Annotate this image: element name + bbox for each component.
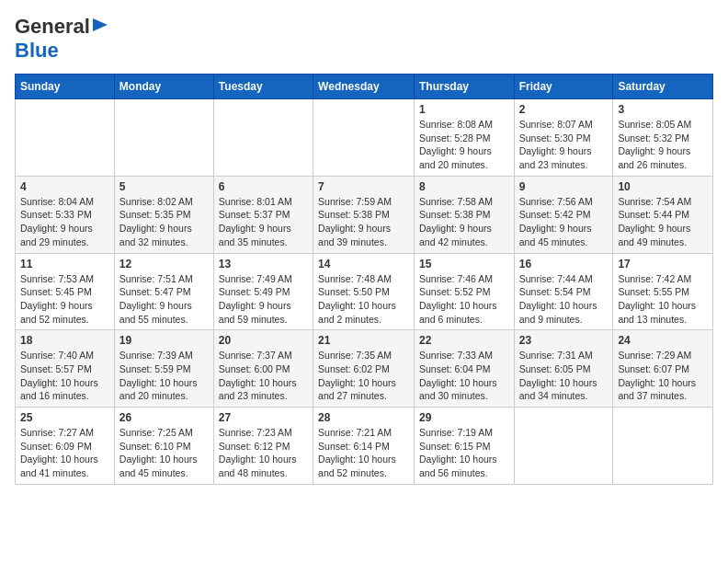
calendar-cell: 24Sunrise: 7:29 AM Sunset: 6:07 PM Dayli… <box>613 330 713 408</box>
calendar-cell: 28Sunrise: 7:21 AM Sunset: 6:14 PM Dayli… <box>313 408 415 485</box>
day-info: Sunrise: 7:37 AM Sunset: 6:00 PM Dayligh… <box>219 349 308 403</box>
day-info: Sunrise: 7:25 AM Sunset: 6:10 PM Dayligh… <box>119 426 209 480</box>
calendar-cell <box>213 99 313 177</box>
logo: General Blue <box>15 15 109 63</box>
day-info: Sunrise: 7:48 AM Sunset: 5:50 PM Dayligh… <box>318 272 409 327</box>
day-info: Sunrise: 7:46 AM Sunset: 5:52 PM Dayligh… <box>419 272 509 327</box>
calendar-cell: 27Sunrise: 7:23 AM Sunset: 6:12 PM Dayli… <box>213 408 313 485</box>
day-number: 5 <box>119 180 209 193</box>
calendar-cell <box>313 99 415 177</box>
calendar-cell: 26Sunrise: 7:25 AM Sunset: 6:10 PM Dayli… <box>114 408 213 485</box>
calendar-cell <box>514 408 613 485</box>
day-info: Sunrise: 7:19 AM Sunset: 6:15 PM Dayligh… <box>419 426 509 480</box>
calendar-cell: 17Sunrise: 7:42 AM Sunset: 5:55 PM Dayli… <box>613 253 713 330</box>
day-number: 15 <box>419 258 509 270</box>
day-info: Sunrise: 7:51 AM Sunset: 5:47 PM Dayligh… <box>119 272 209 327</box>
calendar-cell <box>16 99 115 177</box>
day-header-monday: Monday <box>114 75 213 99</box>
calendar-cell: 15Sunrise: 7:46 AM Sunset: 5:52 PM Dayli… <box>414 253 514 330</box>
day-info: Sunrise: 7:33 AM Sunset: 6:04 PM Dayligh… <box>419 349 509 403</box>
day-info: Sunrise: 7:29 AM Sunset: 6:07 PM Dayligh… <box>618 349 708 403</box>
calendar-cell <box>114 99 213 177</box>
calendar-cell <box>613 408 713 485</box>
calendar-cell: 18Sunrise: 7:40 AM Sunset: 5:57 PM Dayli… <box>16 330 115 408</box>
day-number: 17 <box>618 258 708 270</box>
logo-arrow-icon <box>93 17 109 37</box>
day-number: 21 <box>318 334 409 347</box>
day-header-sunday: Sunday <box>16 75 115 99</box>
calendar-cell: 3Sunrise: 8:05 AM Sunset: 5:32 PM Daylig… <box>613 99 713 177</box>
day-header-friday: Friday <box>514 75 613 99</box>
day-number: 1 <box>419 103 509 116</box>
day-header-thursday: Thursday <box>414 75 514 99</box>
calendar-cell: 7Sunrise: 7:59 AM Sunset: 5:38 PM Daylig… <box>313 176 415 253</box>
day-info: Sunrise: 7:31 AM Sunset: 6:05 PM Dayligh… <box>519 349 609 403</box>
day-info: Sunrise: 7:40 AM Sunset: 5:57 PM Dayligh… <box>20 349 109 403</box>
day-info: Sunrise: 8:02 AM Sunset: 5:35 PM Dayligh… <box>119 195 209 249</box>
page-header: General Blue <box>15 15 713 63</box>
day-info: Sunrise: 7:56 AM Sunset: 5:42 PM Dayligh… <box>519 195 609 249</box>
calendar-cell: 8Sunrise: 7:58 AM Sunset: 5:38 PM Daylig… <box>414 176 514 253</box>
svg-marker-0 <box>93 18 108 31</box>
day-header-saturday: Saturday <box>613 75 713 99</box>
calendar-cell: 19Sunrise: 7:39 AM Sunset: 5:59 PM Dayli… <box>114 330 213 408</box>
day-number: 12 <box>119 258 209 270</box>
day-info: Sunrise: 8:01 AM Sunset: 5:37 PM Dayligh… <box>219 195 308 249</box>
calendar-week-row: 1Sunrise: 8:08 AM Sunset: 5:28 PM Daylig… <box>16 99 713 177</box>
calendar-week-row: 25Sunrise: 7:27 AM Sunset: 6:09 PM Dayli… <box>16 408 713 485</box>
day-info: Sunrise: 8:04 AM Sunset: 5:33 PM Dayligh… <box>20 195 109 249</box>
calendar-week-row: 18Sunrise: 7:40 AM Sunset: 5:57 PM Dayli… <box>16 330 713 408</box>
calendar-cell: 5Sunrise: 8:02 AM Sunset: 5:35 PM Daylig… <box>114 176 213 253</box>
day-info: Sunrise: 7:35 AM Sunset: 6:02 PM Dayligh… <box>318 349 409 403</box>
day-info: Sunrise: 7:59 AM Sunset: 5:38 PM Dayligh… <box>318 195 409 249</box>
day-number: 27 <box>219 411 308 424</box>
calendar-cell: 1Sunrise: 8:08 AM Sunset: 5:28 PM Daylig… <box>414 99 514 177</box>
day-info: Sunrise: 7:53 AM Sunset: 5:45 PM Dayligh… <box>20 272 109 327</box>
day-number: 19 <box>119 334 209 347</box>
day-number: 25 <box>20 411 109 424</box>
day-info: Sunrise: 7:23 AM Sunset: 6:12 PM Dayligh… <box>219 426 308 480</box>
calendar-cell: 12Sunrise: 7:51 AM Sunset: 5:47 PM Dayli… <box>114 253 213 330</box>
day-info: Sunrise: 7:42 AM Sunset: 5:55 PM Dayligh… <box>618 272 708 327</box>
day-number: 16 <box>519 258 609 270</box>
day-info: Sunrise: 8:07 AM Sunset: 5:30 PM Dayligh… <box>519 118 609 172</box>
day-number: 8 <box>419 180 509 193</box>
calendar-cell: 25Sunrise: 7:27 AM Sunset: 6:09 PM Dayli… <box>16 408 115 485</box>
day-number: 26 <box>119 411 209 424</box>
day-header-wednesday: Wednesday <box>313 75 415 99</box>
day-number: 6 <box>219 180 308 193</box>
day-number: 20 <box>219 334 308 347</box>
calendar-cell: 9Sunrise: 7:56 AM Sunset: 5:42 PM Daylig… <box>514 176 613 253</box>
calendar-cell: 6Sunrise: 8:01 AM Sunset: 5:37 PM Daylig… <box>213 176 313 253</box>
calendar-header-row: SundayMondayTuesdayWednesdayThursdayFrid… <box>16 75 713 99</box>
day-info: Sunrise: 7:44 AM Sunset: 5:54 PM Dayligh… <box>519 272 609 327</box>
calendar-cell: 23Sunrise: 7:31 AM Sunset: 6:05 PM Dayli… <box>514 330 613 408</box>
day-info: Sunrise: 7:21 AM Sunset: 6:14 PM Dayligh… <box>318 426 409 480</box>
calendar-week-row: 11Sunrise: 7:53 AM Sunset: 5:45 PM Dayli… <box>16 253 713 330</box>
day-info: Sunrise: 7:27 AM Sunset: 6:09 PM Dayligh… <box>20 426 109 480</box>
day-number: 29 <box>419 411 509 424</box>
day-number: 24 <box>618 334 708 347</box>
day-info: Sunrise: 7:39 AM Sunset: 5:59 PM Dayligh… <box>119 349 209 403</box>
calendar-cell: 16Sunrise: 7:44 AM Sunset: 5:54 PM Dayli… <box>514 253 613 330</box>
day-number: 14 <box>318 258 409 270</box>
calendar-cell: 20Sunrise: 7:37 AM Sunset: 6:00 PM Dayli… <box>213 330 313 408</box>
calendar-cell: 2Sunrise: 8:07 AM Sunset: 5:30 PM Daylig… <box>514 99 613 177</box>
calendar-cell: 29Sunrise: 7:19 AM Sunset: 6:15 PM Dayli… <box>414 408 514 485</box>
day-info: Sunrise: 8:08 AM Sunset: 5:28 PM Dayligh… <box>419 118 509 172</box>
day-info: Sunrise: 7:54 AM Sunset: 5:44 PM Dayligh… <box>618 195 708 249</box>
day-number: 23 <box>519 334 609 347</box>
calendar-cell: 10Sunrise: 7:54 AM Sunset: 5:44 PM Dayli… <box>613 176 713 253</box>
day-header-tuesday: Tuesday <box>213 75 313 99</box>
day-info: Sunrise: 7:58 AM Sunset: 5:38 PM Dayligh… <box>419 195 509 249</box>
calendar-cell: 22Sunrise: 7:33 AM Sunset: 6:04 PM Dayli… <box>414 330 514 408</box>
day-number: 3 <box>618 103 708 116</box>
day-number: 18 <box>20 334 109 347</box>
day-number: 10 <box>618 180 708 193</box>
day-info: Sunrise: 7:49 AM Sunset: 5:49 PM Dayligh… <box>219 272 308 327</box>
logo-text-general: General <box>15 15 90 39</box>
day-number: 11 <box>20 258 109 270</box>
calendar-cell: 11Sunrise: 7:53 AM Sunset: 5:45 PM Dayli… <box>16 253 115 330</box>
day-number: 9 <box>519 180 609 193</box>
day-info: Sunrise: 8:05 AM Sunset: 5:32 PM Dayligh… <box>618 118 708 172</box>
